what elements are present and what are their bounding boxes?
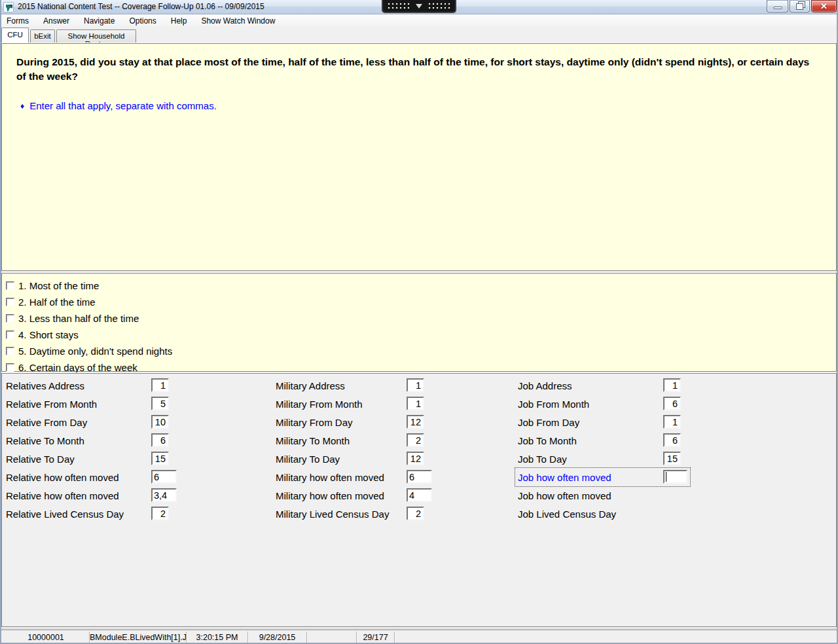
job-from-month-input[interactable] [663, 397, 681, 410]
relative-lived-census-day-input[interactable] [151, 507, 169, 520]
field-row: Military Address [276, 378, 459, 396]
field-row: Job Lived Census Day [518, 506, 701, 524]
field-row: Relative To Month [6, 433, 189, 451]
window-title: 2015 National Content Test -- Coverage F… [18, 2, 264, 11]
option-label: 1. Most of the time [18, 280, 99, 291]
menu-help[interactable]: Help [166, 15, 192, 27]
close-button[interactable]: ✕ [811, 0, 837, 12]
relatives-address-input[interactable] [151, 378, 169, 392]
restore-icon [796, 3, 802, 9]
instruction-text: Enter all that apply, separate with comm… [29, 100, 217, 111]
minimize-icon [773, 7, 782, 9]
option-label: 5. Daytime only, didn't spend nights [18, 346, 172, 357]
field-row: Relative From Day [6, 414, 189, 433]
relative-to-month-input[interactable] [151, 433, 169, 447]
option-checkbox-5[interactable] [6, 347, 14, 355]
option-checkbox-3[interactable] [6, 314, 14, 323]
field-row: Military From Month [276, 396, 459, 414]
option-label: 6. Certain days of the week [18, 362, 137, 373]
chevron-down-icon[interactable] [416, 4, 422, 9]
relative-how-often-moved-input-1[interactable] [151, 470, 177, 484]
tab-show-household-roster[interactable]: Show Household Roster [56, 29, 136, 43]
military-to-month-input[interactable] [407, 433, 424, 447]
app-icon [3, 2, 14, 12]
minimize-button[interactable] [767, 0, 788, 12]
option-row-4: 4. Short stays [6, 327, 79, 343]
field-label: Relative To Month [6, 435, 84, 446]
field-label: Military From Day [276, 417, 353, 428]
field-row: Military From Day [276, 414, 459, 433]
menu-bar: Forms Answer Navigate Options Help Show … [0, 14, 838, 27]
job-to-month-input[interactable] [663, 433, 681, 447]
fields-column-relative: Relatives Address Relative From Month Re… [6, 378, 189, 524]
tab-bexit[interactable]: bExit [30, 29, 55, 43]
close-icon: ✕ [812, 1, 836, 11]
field-label: Military Address [276, 380, 345, 391]
field-row: Relative To Day [6, 451, 189, 469]
relative-how-often-moved-input-2[interactable] [151, 488, 177, 502]
field-row: Military Lived Census Day [276, 506, 459, 524]
field-label: Military Lived Census Day [276, 509, 389, 520]
military-from-month-input[interactable] [407, 397, 424, 410]
option-row-2: 2. Half of the time [6, 294, 96, 310]
status-bar: 10000001 BModuleE.BLivedWith[1].JOBFREQ[… [0, 630, 838, 644]
screen-toolbar-widget[interactable] [382, 0, 456, 13]
field-label: Job Lived Census Day [518, 509, 616, 520]
restore-button[interactable] [790, 0, 810, 12]
field-label: Relative To Day [6, 454, 75, 465]
field-label: Military To Day [276, 454, 340, 465]
option-label: 2. Half of the time [18, 296, 96, 308]
options-pane: 1. Most of the time 2. Half of the time … [1, 273, 837, 372]
question-pane: During 2015, did you stay at that place … [1, 43, 837, 271]
field-label: Job Address [518, 380, 572, 391]
text-cursor [666, 472, 666, 482]
menu-forms[interactable]: Forms [1, 15, 34, 27]
job-how-often-moved-input-1[interactable] [663, 470, 687, 484]
job-address-input[interactable] [663, 378, 681, 392]
option-checkbox-4[interactable] [6, 331, 14, 339]
field-row: Relative Lived Census Day [6, 506, 189, 524]
job-to-day-input[interactable] [663, 452, 681, 465]
field-label: Military how often moved [276, 472, 384, 483]
military-address-input[interactable] [407, 378, 424, 392]
field-label: Relative Lived Census Day [6, 509, 124, 520]
military-lived-census-day-input[interactable] [407, 507, 424, 520]
menu-answer[interactable]: Answer [38, 15, 75, 27]
field-label: Military how often moved [276, 490, 384, 501]
tab-cfu[interactable]: CFU [1, 27, 29, 43]
option-row-3: 3. Less than half of the time [6, 310, 139, 327]
field-row: Relative how often moved [6, 469, 189, 488]
relative-from-day-input[interactable] [151, 415, 169, 429]
job-from-day-input[interactable] [663, 415, 681, 429]
option-label: 3. Less than half of the time [18, 313, 139, 324]
status-filler [395, 632, 838, 643]
field-label: Relative From Day [6, 417, 87, 428]
field-row: Job To Day [518, 451, 701, 469]
option-checkbox-2[interactable] [6, 298, 14, 306]
relative-to-day-input[interactable] [151, 452, 169, 465]
option-row-1: 1. Most of the time [6, 277, 99, 294]
option-checkbox-6[interactable] [6, 363, 14, 372]
field-label: Relative how often moved [6, 490, 119, 501]
option-checkbox-1[interactable] [6, 281, 14, 290]
status-time: 3:20:15 PM [187, 632, 248, 643]
military-to-day-input[interactable] [407, 452, 424, 465]
field-label: Relative From Month [6, 399, 97, 410]
field-row: Job From Day [518, 414, 701, 433]
military-how-often-moved-input-1[interactable] [407, 470, 432, 484]
field-label: Military To Month [276, 435, 350, 446]
application-window: 2015 National Content Test -- Coverage F… [0, 0, 838, 644]
relative-from-month-input[interactable] [151, 397, 169, 410]
field-label: Job From Month [518, 399, 589, 410]
menu-options[interactable]: Options [124, 15, 161, 27]
field-row: Military how often moved [276, 469, 459, 488]
menu-show-watch-window[interactable]: Show Watch Window [196, 15, 280, 27]
menu-navigate[interactable]: Navigate [79, 15, 120, 27]
military-how-often-moved-input-2[interactable] [407, 488, 432, 502]
field-label: Job To Day [518, 454, 567, 465]
fields-column-military: Military Address Military From Month Mil… [276, 378, 459, 524]
field-row: Relative From Month [6, 396, 189, 414]
military-from-day-input[interactable] [407, 415, 424, 429]
field-label: Military From Month [276, 399, 363, 410]
fields-column-job: Job Address Job From Month Job From Day … [518, 378, 701, 524]
